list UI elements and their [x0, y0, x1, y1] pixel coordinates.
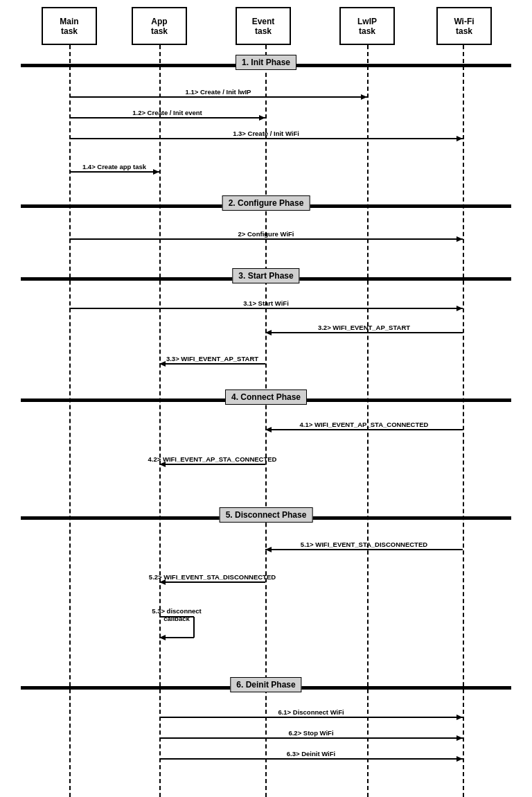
phase-label-disconnect: 5. Disconnect Phase — [220, 507, 313, 523]
lifeline-wifi — [463, 45, 464, 797]
svg-text:6.2> Stop WiFi: 6.2> Stop WiFi — [288, 729, 333, 737]
phase-label-configure: 2. Configure Phase — [222, 195, 310, 211]
actor-app: Apptask — [132, 7, 187, 45]
lifeline-lwip — [367, 45, 369, 797]
svg-text:3.2> WIFI_EVENT_AP_START: 3.2> WIFI_EVENT_AP_START — [318, 324, 410, 331]
actor-main: Maintask — [42, 7, 97, 45]
phase-label-init: 1. Init Phase — [236, 55, 296, 70]
svg-text:6.1> Disconnect WiFi: 6.1> Disconnect WiFi — [278, 708, 344, 716]
svg-marker-45 — [456, 735, 463, 741]
svg-text:3.3> WIFI_EVENT_AP_START: 3.3> WIFI_EVENT_AP_START — [166, 355, 258, 362]
svg-marker-10 — [153, 169, 159, 175]
svg-marker-7 — [456, 136, 463, 141]
sequence-diagram: 1.1> Create / Init lwIP1.2> Create / Ini… — [0, 0, 532, 797]
svg-text:1.4> Create app task: 1.4> Create app task — [82, 163, 147, 170]
actor-wifi: Wi-Fitask — [436, 7, 492, 45]
phase-label-start: 3. Start Phase — [232, 268, 299, 283]
svg-marker-42 — [456, 715, 463, 720]
svg-text:1.2> Create / Init event: 1.2> Create / Init event — [132, 109, 202, 116]
svg-marker-48 — [456, 756, 463, 762]
lifeline-main — [69, 45, 71, 797]
svg-text:4.2> WIFI_EVENT_AP_STA_CONNECT: 4.2> WIFI_EVENT_AP_STA_CONNECTED — [148, 455, 277, 463]
actor-lwip: LwIPtask — [339, 7, 395, 45]
svg-marker-16 — [456, 306, 463, 311]
phase-label-deinit: 6. Deinit Phase — [230, 677, 301, 692]
actor-event: Eventtask — [236, 7, 291, 45]
svg-marker-1 — [361, 94, 367, 100]
svg-marker-4 — [259, 115, 265, 121]
svg-text:5.1> WIFI_EVENT_STA_DISCONNECT: 5.1> WIFI_EVENT_STA_DISCONNECTED — [301, 541, 427, 548]
svg-marker-13 — [456, 236, 463, 242]
svg-text:6.3> Deinit WiFi: 6.3> Deinit WiFi — [287, 750, 335, 757]
svg-text:1.1> Create / Init lwIP: 1.1> Create / Init lwIP — [186, 88, 251, 96]
lifeline-app — [159, 45, 161, 797]
svg-text:5.2> WIFI_EVENT_STA_DISCONNECT: 5.2> WIFI_EVENT_STA_DISCONNECTED — [149, 573, 276, 581]
svg-text:4.1> WIFI_EVENT_AP_STA_CONNECT: 4.1> WIFI_EVENT_AP_STA_CONNECTED — [300, 421, 429, 428]
phase-label-connect: 4. Connect Phase — [225, 389, 307, 405]
